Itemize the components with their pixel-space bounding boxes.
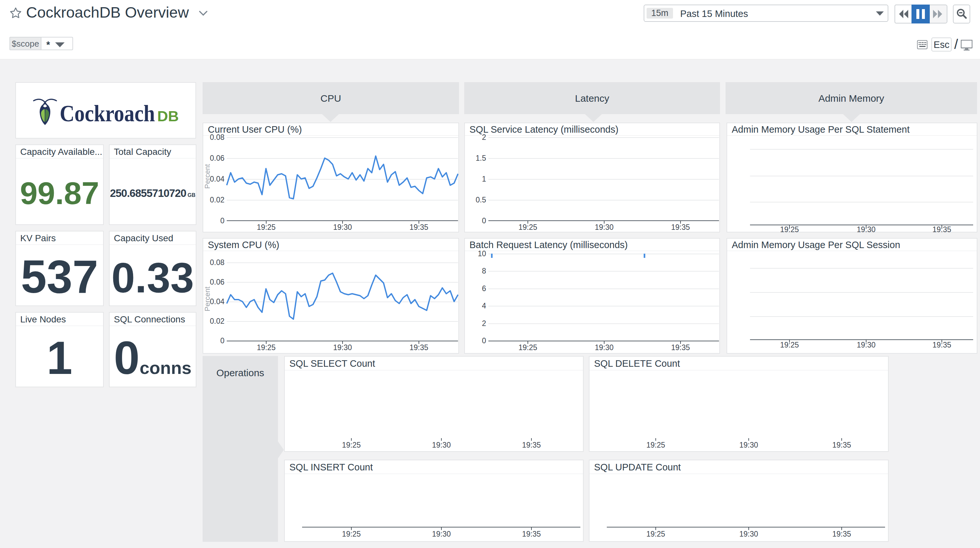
svg-text:Cockroach: Cockroach	[60, 101, 155, 126]
svg-text:DB: DB	[157, 108, 179, 124]
